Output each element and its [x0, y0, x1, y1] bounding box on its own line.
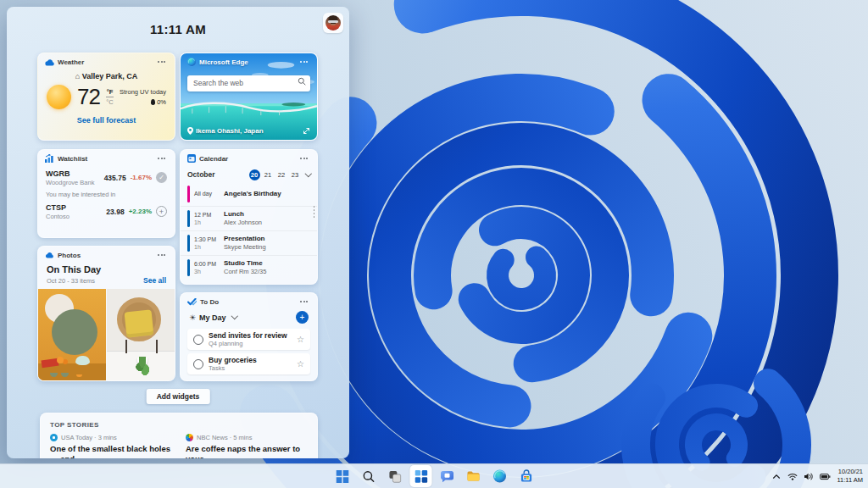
- task-checkbox[interactable]: [193, 359, 203, 369]
- task-row[interactable]: Buy groceriesTasks ☆: [187, 353, 310, 374]
- chevron-down-icon[interactable]: [231, 313, 237, 319]
- calendar-event[interactable]: All day Angela's Birthday: [181, 182, 317, 206]
- photo-thumbnail[interactable]: [107, 289, 175, 380]
- widgets-button[interactable]: [410, 465, 432, 487]
- edge-logo-icon: [187, 58, 196, 66]
- photos-menu-button[interactable]: [155, 252, 168, 258]
- edge-search-input[interactable]: [187, 75, 310, 92]
- chevron-down-icon[interactable]: [304, 170, 311, 177]
- event-color-bar: [187, 210, 190, 227]
- clock-date[interactable]: 10/20/21 11:11 AM: [837, 468, 863, 485]
- story-headline[interactable]: Are coffee naps the answer to your: [186, 444, 308, 458]
- task-view-icon: [388, 470, 401, 483]
- stock-change: -1.67%: [131, 174, 152, 181]
- sun-icon: ☀: [189, 313, 196, 322]
- home-icon: ⌂: [75, 72, 80, 80]
- star-icon[interactable]: ☆: [297, 335, 304, 344]
- calendar-day-20[interactable]: 20: [249, 169, 260, 180]
- news-story[interactable]: NBC News · 5 mins Are coffee naps the an…: [186, 434, 308, 458]
- watchlist-widget[interactable]: Watchlist WGRB Woodgrove Bank 435.75 -1.…: [37, 149, 175, 238]
- unit-toggle[interactable]: °F °C: [106, 89, 114, 105]
- star-icon[interactable]: ☆: [297, 359, 304, 369]
- calendar-day-22[interactable]: 22: [276, 169, 287, 180]
- news-story[interactable]: USA Today · 3 mins One of the smallest b…: [50, 434, 172, 458]
- store-button[interactable]: [515, 465, 537, 487]
- stock-added-icon[interactable]: ✓: [156, 172, 167, 183]
- widgets-icon: [415, 470, 427, 483]
- edge-icon: [493, 469, 507, 483]
- calendar-day-21[interactable]: 21: [263, 169, 274, 180]
- calendar-month: October: [187, 170, 215, 179]
- watchlist-menu-button[interactable]: [155, 155, 168, 162]
- stock-row[interactable]: CTSP Contoso 23.98 +2.23% +: [38, 201, 175, 222]
- stock-add-button[interactable]: +: [156, 206, 167, 217]
- windows-logo-icon: [336, 470, 348, 483]
- edge-button[interactable]: [489, 465, 511, 487]
- profile-button[interactable]: [323, 13, 343, 33]
- edge-menu-button[interactable]: [298, 58, 310, 65]
- task-checkbox[interactable]: [193, 335, 203, 345]
- usa-today-icon: [50, 434, 58, 441]
- photo-thumbnail[interactable]: [38, 289, 106, 380]
- search-icon: [362, 470, 375, 483]
- story-headline[interactable]: One of the smallest black holes — and: [50, 444, 172, 458]
- watchlist-suggestion-label: You may be interested in: [38, 188, 175, 201]
- top-stories-section: TOP STORIES USA Today · 3 mins One of th…: [40, 413, 318, 458]
- file-explorer-button[interactable]: [463, 465, 485, 487]
- location-pin-icon: [187, 127, 193, 135]
- watchlist-chart-icon: [45, 154, 54, 163]
- stock-company: Woodgrove Bank: [46, 179, 100, 186]
- photos-title: Photos: [58, 252, 81, 259]
- file-explorer-icon: [467, 470, 481, 482]
- watchlist-title: Watchlist: [58, 155, 87, 163]
- weather-widget[interactable]: Weather ⌂ Valley Park, CA 72 °F °C Stron…: [37, 53, 175, 141]
- todo-list-label[interactable]: My Day: [199, 313, 226, 322]
- battery-icon[interactable]: [820, 472, 831, 481]
- todo-widget[interactable]: To Do ☀ My Day + Send invites for review…: [180, 292, 318, 381]
- chat-button[interactable]: [437, 465, 459, 487]
- add-widgets-button[interactable]: Add widgets: [147, 389, 210, 404]
- edge-photo-caption: Ikema Ohashi, Japan: [196, 127, 264, 135]
- wifi-icon[interactable]: [787, 472, 798, 481]
- see-full-forecast-link[interactable]: See full forecast: [38, 116, 175, 125]
- calendar-day-23[interactable]: 23: [290, 169, 301, 180]
- todo-title: To Do: [200, 298, 219, 306]
- chevron-up-icon[interactable]: [771, 472, 782, 481]
- calendar-scrollbar[interactable]: [314, 206, 315, 218]
- todo-check-icon: [187, 298, 197, 306]
- stock-price: 435.75: [104, 174, 126, 182]
- calendar-menu-button[interactable]: [298, 155, 310, 162]
- event-color-bar: [187, 235, 190, 252]
- add-task-button[interactable]: +: [296, 311, 309, 324]
- see-all-link[interactable]: See all: [143, 276, 166, 285]
- calendar-event[interactable]: 1:30 PM1h PresentationSkype Meeting: [181, 230, 317, 255]
- photo-collage[interactable]: [38, 289, 175, 380]
- task-view-button[interactable]: [384, 465, 406, 487]
- edge-widget[interactable]: Microsoft Edge Ikema Ohashi, Japan: [180, 53, 318, 141]
- calendar-icon: [187, 154, 196, 163]
- weather-menu-button[interactable]: [155, 58, 168, 65]
- desktop: 11:11 AM Weather ⌂ Valley Park, CA 72 °F: [0, 0, 868, 488]
- weather-condition: Strong UV today: [120, 88, 166, 96]
- stock-row[interactable]: WGRB Woodgrove Bank 435.75 -1.67% ✓: [38, 167, 175, 188]
- calendar-widget[interactable]: Calendar October 20 21 22 23 All day Ang…: [180, 149, 318, 285]
- volume-icon[interactable]: [804, 472, 814, 481]
- event-color-bar: [187, 259, 190, 276]
- nbc-news-icon: [186, 434, 193, 441]
- expand-icon[interactable]: [303, 127, 310, 135]
- photos-widget[interactable]: Photos On This Day Oct 20 - 33 items See…: [37, 246, 175, 381]
- stock-change: +2.23%: [129, 208, 152, 215]
- todo-menu-button[interactable]: [298, 298, 310, 305]
- calendar-title: Calendar: [199, 155, 228, 163]
- weather-location: ⌂ Valley Park, CA: [38, 72, 175, 80]
- stock-symbol: CTSP: [46, 203, 102, 213]
- calendar-event[interactable]: 6:00 PM3h Studio TimeConf Rm 32/35: [181, 255, 317, 280]
- start-button[interactable]: [331, 465, 353, 487]
- task-row[interactable]: Send invites for reviewQ4 planning ☆: [187, 329, 310, 350]
- system-tray[interactable]: 10/20/21 11:11 AM: [771, 464, 863, 488]
- edge-title: Microsoft Edge: [199, 58, 248, 66]
- search-button[interactable]: [358, 465, 380, 487]
- calendar-event[interactable]: 12 PM1h LunchAlex Johnson: [181, 206, 317, 230]
- chat-icon: [441, 470, 454, 483]
- weather-title: Weather: [58, 58, 84, 66]
